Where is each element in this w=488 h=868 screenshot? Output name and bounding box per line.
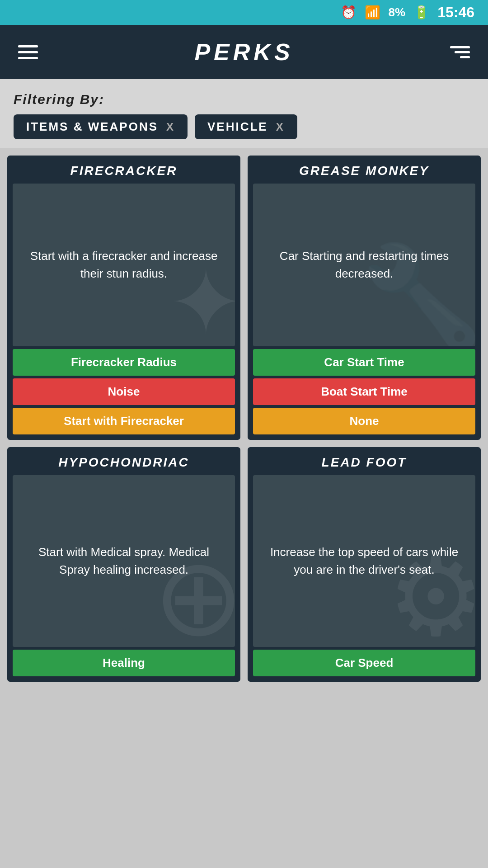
card-tag-hypochondriac-0[interactable]: Healing bbox=[13, 650, 235, 676]
card-image-firecracker: Start with a firecracker and increase th… bbox=[13, 184, 235, 346]
card-title-grease-monkey: Grease Monkey bbox=[248, 156, 481, 184]
menu-button[interactable] bbox=[18, 45, 38, 59]
battery-icon: 🔋 bbox=[413, 5, 429, 20]
filter-section: Filtering By: Items & Weapons x Vehicle … bbox=[0, 79, 488, 148]
page-title: Perks bbox=[194, 38, 293, 66]
filter-tag-vehicle[interactable]: Vehicle x bbox=[195, 114, 297, 139]
signal-icon: 📶 bbox=[365, 5, 380, 20]
card-description-hypochondriac: Start with Medical spray. Medical Spray … bbox=[22, 543, 226, 579]
card-tag-grease-monkey-1[interactable]: Boat Start Time bbox=[253, 378, 475, 405]
clock-display: 15:46 bbox=[437, 4, 474, 21]
perk-card-grease-monkey: Grease Monkey Car Starting and restartin… bbox=[248, 156, 481, 440]
perk-card-lead-foot: Lead Foot Increase the top speed of cars… bbox=[248, 447, 481, 682]
filter-label: Filtering By: bbox=[14, 92, 474, 107]
filter-tag-vehicle-text: Vehicle bbox=[207, 120, 268, 134]
filter-tag-vehicle-close[interactable]: x bbox=[276, 121, 285, 133]
filter-tag-items-weapons[interactable]: Items & Weapons x bbox=[14, 114, 188, 139]
card-description-firecracker: Start with a firecracker and increase th… bbox=[22, 247, 226, 283]
card-tag-firecracker-0[interactable]: Firecracker Radius bbox=[13, 349, 235, 376]
card-tag-firecracker-1[interactable]: Noise bbox=[13, 378, 235, 405]
perk-card-firecracker: Firecracker Start with a firecracker and… bbox=[7, 156, 240, 440]
card-title-hypochondriac: Hypochondriac bbox=[7, 447, 240, 475]
card-image-grease-monkey: Car Starting and restarting times decrea… bbox=[253, 184, 475, 346]
card-tag-lead-foot-0[interactable]: Car Speed bbox=[253, 650, 475, 676]
card-image-lead-foot: Increase the top speed of cars while you… bbox=[253, 475, 475, 647]
card-image-hypochondriac: Start with Medical spray. Medical Spray … bbox=[13, 475, 235, 647]
filter-tags-container: Items & Weapons x Vehicle x bbox=[14, 114, 474, 139]
card-title-lead-foot: Lead Foot bbox=[248, 447, 481, 475]
card-tag-grease-monkey-0[interactable]: Car Start Time bbox=[253, 349, 475, 376]
card-title-firecracker: Firecracker bbox=[7, 156, 240, 184]
card-tag-grease-monkey-2[interactable]: None bbox=[253, 408, 475, 434]
perk-card-hypochondriac: Hypochondriac Start with Medical spray. … bbox=[7, 447, 240, 682]
cards-grid: Firecracker Start with a firecracker and… bbox=[0, 148, 488, 689]
battery-text: 8% bbox=[389, 5, 406, 19]
filter-tag-items-weapons-text: Items & Weapons bbox=[26, 120, 158, 134]
card-tag-firecracker-2[interactable]: Start with Firecracker bbox=[13, 408, 235, 434]
app-header: Perks bbox=[0, 25, 488, 79]
alarm-icon: ⏰ bbox=[341, 5, 357, 20]
filter-tag-items-weapons-close[interactable]: x bbox=[166, 121, 175, 133]
status-bar: ⏰ 📶 8% 🔋 15:46 bbox=[0, 0, 488, 25]
filter-button[interactable] bbox=[450, 46, 470, 58]
card-description-lead-foot: Increase the top speed of cars while you… bbox=[262, 543, 466, 579]
card-description-grease-monkey: Car Starting and restarting times decrea… bbox=[262, 247, 466, 283]
